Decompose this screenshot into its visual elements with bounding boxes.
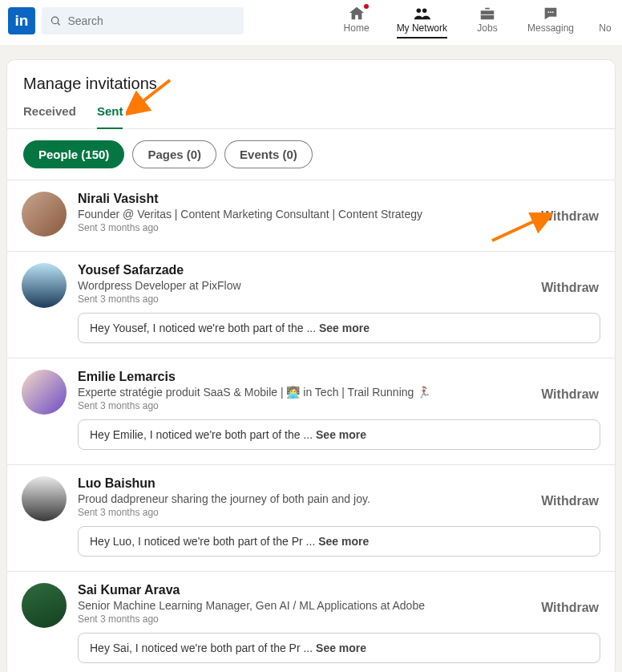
filter-pages[interactable]: Pages (0) (132, 140, 216, 168)
nav-home[interactable]: Home (339, 5, 374, 37)
svg-point-0 (51, 17, 58, 23)
tabs: Received Sent (7, 93, 615, 129)
see-more-link[interactable]: See more (316, 642, 366, 654)
avatar[interactable] (22, 263, 67, 308)
nav-messaging[interactable]: Messaging (527, 5, 574, 37)
message-preview: Hey Luo, I noticed we're both part of th… (78, 526, 600, 557)
filter-pills: People (150) Pages (0) Events (0) (7, 129, 615, 180)
nav-label: Home (344, 22, 370, 34)
message-text: Hey Emilie, I noticed we're both part of… (90, 428, 316, 441)
withdraw-button[interactable]: Withdraw (539, 206, 600, 227)
invite-body: Emilie LemarcisExperte stratégie produit… (78, 370, 600, 450)
person-headline: Founder @ Veritas | Content Marketing Co… (78, 208, 539, 221)
sent-time: Sent 3 months ago (78, 293, 539, 305)
nav-jobs[interactable]: Jobs (470, 5, 505, 37)
see-more-link[interactable]: See more (319, 322, 370, 334)
message-text: Hey Luo, I noticed we're both part of th… (90, 535, 318, 548)
chat-icon (542, 5, 559, 22)
invite-body: Yousef SafarzadeWordpress Developer at P… (78, 263, 600, 343)
invite-item: Nirali VasishtFounder @ Veritas | Conten… (7, 180, 615, 251)
avatar[interactable] (22, 192, 67, 237)
linkedin-logo[interactable]: in (8, 7, 35, 34)
message-preview: Hey Yousef, I noticed we're both part of… (78, 313, 600, 343)
person-headline: Proud dadpreneur sharing the journey of … (78, 492, 539, 505)
nav-notifications-partial[interactable]: No (596, 5, 614, 37)
person-name[interactable]: Yousef Safarzade (78, 263, 539, 277)
person-name[interactable]: Sai Kumar Arava (78, 583, 539, 597)
svg-point-5 (550, 11, 551, 13)
sent-time: Sent 3 months ago (78, 613, 539, 625)
filter-events[interactable]: Events (0) (224, 140, 313, 168)
message-preview: Hey Sai, I noticed we're both part of th… (78, 633, 600, 663)
see-more-link[interactable]: See more (318, 535, 369, 548)
svg-point-4 (547, 11, 549, 13)
search-icon (50, 14, 61, 27)
invite-item: Luo BaishunProud dadpreneur sharing the … (7, 464, 615, 571)
bell-icon (596, 5, 614, 22)
nav-network[interactable]: My Network (397, 5, 447, 38)
person-headline: Wordpress Developer at PixFlow (78, 279, 539, 292)
svg-point-3 (422, 9, 427, 13)
person-name[interactable]: Nirali Vasisht (78, 192, 539, 206)
withdraw-button[interactable]: Withdraw (539, 384, 600, 405)
topbar: in Home My Network Jobs (0, 0, 622, 45)
nav-label: My Network (397, 22, 447, 34)
withdraw-button[interactable]: Withdraw (539, 597, 600, 618)
invite-body: Nirali VasishtFounder @ Veritas | Conten… (78, 192, 600, 237)
person-name[interactable]: Luo Baishun (78, 476, 539, 491)
invite-item: Emilie LemarcisExperte stratégie produit… (7, 358, 615, 464)
invite-body: Luo BaishunProud dadpreneur sharing the … (78, 476, 600, 557)
search-box[interactable] (42, 7, 244, 34)
avatar[interactable] (22, 583, 67, 628)
svg-point-6 (552, 11, 554, 13)
person-headline: Senior Machine Learning Manager, Gen AI … (78, 599, 539, 612)
tab-received[interactable]: Received (23, 104, 76, 128)
avatar[interactable] (22, 370, 67, 415)
invite-item: Sai Kumar AravaSenior Machine Learning M… (7, 571, 615, 672)
nav-label: No (599, 22, 611, 34)
svg-point-2 (417, 9, 422, 13)
invite-body: Sai Kumar AravaSenior Machine Learning M… (78, 583, 600, 663)
nav-label: Jobs (477, 22, 497, 34)
message-preview: Hey Emilie, I noticed we're both part of… (78, 419, 600, 450)
nav-label: Messaging (527, 22, 574, 34)
sent-time: Sent 3 months ago (78, 222, 539, 233)
tab-sent[interactable]: Sent (97, 104, 123, 129)
home-icon (348, 5, 366, 22)
withdraw-button[interactable]: Withdraw (539, 491, 600, 512)
svg-line-1 (58, 23, 60, 26)
top-nav: Home My Network Jobs Messaging No (339, 3, 614, 38)
people-icon (413, 5, 430, 22)
see-more-link[interactable]: See more (316, 428, 366, 441)
message-text: Hey Sai, I noticed we're both part of th… (90, 642, 316, 654)
invite-item: Yousef SafarzadeWordpress Developer at P… (7, 251, 615, 358)
person-name[interactable]: Emilie Lemarcis (78, 370, 539, 384)
invitations-card: Manage invitations Received Sent People … (6, 59, 616, 672)
sent-time: Sent 3 months ago (78, 507, 539, 518)
avatar[interactable] (22, 476, 67, 521)
sent-time: Sent 3 months ago (78, 400, 539, 411)
person-headline: Experte stratégie produit SaaS & Mobile … (78, 386, 539, 399)
briefcase-icon (479, 5, 496, 22)
invite-list: Nirali VasishtFounder @ Veritas | Conten… (7, 180, 615, 672)
filter-people[interactable]: People (150) (23, 140, 124, 168)
page-title: Manage invitations (7, 60, 615, 93)
withdraw-button[interactable]: Withdraw (539, 277, 600, 298)
search-input[interactable] (67, 14, 236, 27)
message-text: Hey Yousef, I noticed we're both part of… (90, 322, 319, 334)
notification-badge (362, 2, 370, 10)
